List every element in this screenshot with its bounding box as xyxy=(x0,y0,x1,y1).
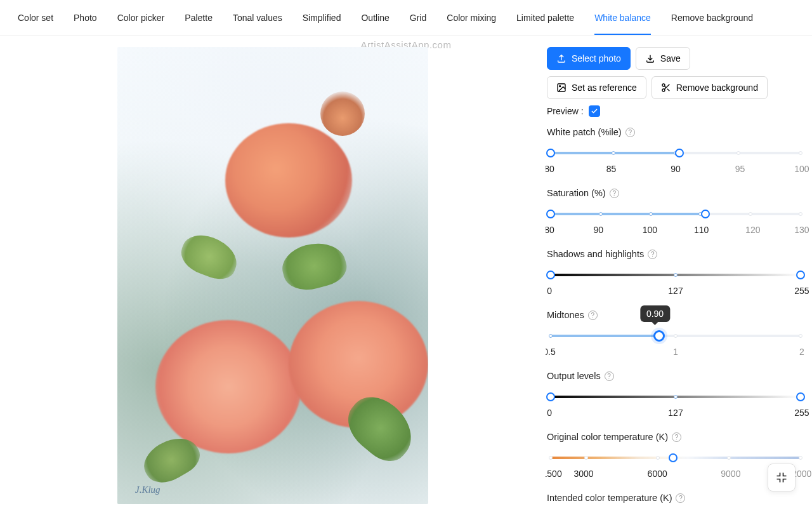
tab-outline[interactable]: Outline xyxy=(351,0,399,35)
tab-tonal-values[interactable]: Tonal values xyxy=(223,0,292,35)
tab-palette[interactable]: Palette xyxy=(174,0,223,35)
image-icon xyxy=(556,83,566,93)
scissors-icon xyxy=(661,83,671,93)
image-canvas: J.Klug xyxy=(117,47,428,504)
output-levels-slider[interactable] xyxy=(547,392,804,401)
upload-icon xyxy=(556,53,566,64)
midtones-label: Midtones xyxy=(547,310,584,320)
help-icon[interactable]: ? xyxy=(672,432,681,442)
tab-photo[interactable]: Photo xyxy=(63,0,107,35)
artist-signature: J.Klug xyxy=(135,485,160,495)
tab-color-picker[interactable]: Color picker xyxy=(107,0,175,35)
midtones-slider[interactable]: 0.90 xyxy=(547,331,804,340)
white-patch-label: White patch (%ile) xyxy=(547,127,622,137)
tab-grid[interactable]: Grid xyxy=(400,0,436,35)
preview-checkbox[interactable] xyxy=(589,105,600,117)
remove-background-button[interactable]: Remove background xyxy=(652,76,768,99)
help-icon[interactable]: ? xyxy=(610,189,619,198)
tab-color-set[interactable]: Color set xyxy=(8,0,63,35)
saturation-label: Saturation (%) xyxy=(547,188,606,198)
collapse-button[interactable] xyxy=(768,464,796,491)
help-icon[interactable]: ? xyxy=(588,311,598,320)
help-icon[interactable]: ? xyxy=(648,250,657,259)
save-button[interactable]: Save xyxy=(636,47,690,70)
white-patch-slider[interactable] xyxy=(547,149,804,157)
svg-point-3 xyxy=(662,89,665,91)
tab-bar: Color set Photo Color picker Palette Ton… xyxy=(0,0,812,36)
tab-color-mixing[interactable]: Color mixing xyxy=(436,0,506,35)
intended-temp-label: Intended color temperature (K) xyxy=(547,493,672,503)
orig-temp-label: Original color temperature (K) xyxy=(547,432,668,442)
help-icon[interactable]: ? xyxy=(676,493,685,503)
tab-remove-background[interactable]: Remove background xyxy=(661,0,763,35)
saturation-slider[interactable] xyxy=(547,210,804,218)
svg-point-2 xyxy=(662,84,665,86)
orig-temp-slider[interactable] xyxy=(547,453,804,462)
download-icon xyxy=(645,53,655,64)
tab-simplified[interactable]: Simplified xyxy=(292,0,351,35)
tab-white-balance[interactable]: White balance xyxy=(584,0,661,35)
select-photo-button[interactable]: Select photo xyxy=(547,47,631,70)
preview-label: Preview : xyxy=(547,106,584,116)
output-levels-label: Output levels xyxy=(547,371,601,381)
midtones-tooltip: 0.90 xyxy=(640,305,670,322)
collapse-icon xyxy=(775,471,788,484)
shadows-highlights-slider[interactable] xyxy=(547,271,804,279)
set-reference-button[interactable]: Set as reference xyxy=(547,76,646,99)
svg-point-1 xyxy=(560,86,561,87)
help-icon[interactable]: ? xyxy=(605,371,614,381)
controls-panel: Select photo Save Set as reference Remov… xyxy=(546,47,812,508)
shadows-highlights-label: Shadows and highlights xyxy=(547,249,644,259)
tab-limited-palette[interactable]: Limited palette xyxy=(506,0,584,35)
help-icon[interactable]: ? xyxy=(625,128,635,137)
